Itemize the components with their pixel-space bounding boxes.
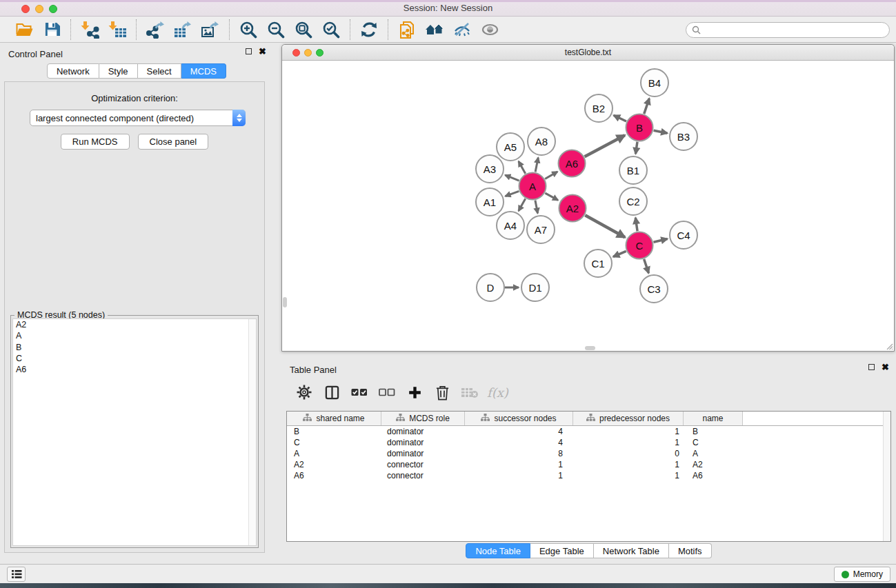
task-history-button[interactable] [7,567,26,582]
graph-node-C2[interactable]: C2 [619,187,647,215]
table-tab-node-table[interactable]: Node Table [466,543,530,558]
mcds-result-item[interactable]: C [13,353,256,364]
cell-name[interactable]: C [684,437,743,448]
graph-edge-C-C2[interactable] [635,218,637,231]
save-session-icon[interactable] [38,19,66,41]
tab-network[interactable]: Network [47,63,99,79]
zoom-fit-icon[interactable] [290,19,317,41]
table-scrollbar[interactable] [883,412,890,541]
float-panel-icon[interactable] [246,48,252,54]
cell-shared-name[interactable]: B [287,426,381,437]
show-columns-icon[interactable] [321,382,342,403]
graph-edge-A6-B[interactable] [585,135,625,156]
graph-edge-A-A2[interactable] [545,193,558,200]
import-table-icon[interactable] [103,19,131,41]
graph-node-B1[interactable]: B1 [619,156,647,184]
graph-node-D[interactable]: D [477,274,504,301]
table-row[interactable]: Bdominator41B [287,426,890,437]
unselect-all-rows-icon[interactable] [377,382,397,403]
zoom-out-icon[interactable] [262,19,290,41]
graph-node-A4[interactable]: A4 [497,212,524,239]
graph-node-A8[interactable]: A8 [528,128,555,155]
horizontal-scroll-thumb[interactable] [585,346,595,350]
table-row[interactable]: A2connector11A2 [287,459,890,470]
graph-edge-A2-C[interactable] [585,215,625,237]
cell-successor-nodes[interactable]: 4 [465,426,573,437]
cell-successor-nodes[interactable]: 1 [465,459,573,470]
graph-node-B[interactable]: B [626,114,653,141]
run-mcds-button[interactable]: Run MCDS [61,134,130,150]
graph-node-A1[interactable]: A1 [476,188,504,216]
resize-grip-icon[interactable] [885,342,893,350]
graph-edge-B-B4[interactable] [644,99,650,114]
mcds-result-item[interactable]: A2 [13,319,256,330]
graph-node-A5[interactable]: A5 [497,133,524,161]
import-network-icon[interactable] [76,19,103,41]
column-header-successor-nodes[interactable]: successor nodes [465,412,573,425]
cell-predecessor-nodes[interactable]: 1 [573,470,684,481]
export-image-icon[interactable] [197,19,224,41]
graph-node-C1[interactable]: C1 [584,250,612,277]
optimization-criterion-dropdown[interactable]: largest connected component (directed) [30,110,246,126]
refresh-icon[interactable] [355,19,383,41]
cell-successor-nodes[interactable]: 8 [465,448,573,459]
cell-successor-nodes[interactable]: 1 [465,470,573,481]
create-column-icon[interactable] [404,382,425,403]
graph-edge-C-C4[interactable] [653,239,667,242]
cell-shared-name[interactable]: C [287,437,381,448]
graph-edge-A-A1[interactable] [506,191,519,196]
graph-node-C4[interactable]: C4 [670,221,697,249]
network-canvas[interactable]: AA1A3A4A5A7A8A6A2BB1B2B3B4CC1C2C3C4DD1 [282,61,894,351]
table-tab-edge-table[interactable]: Edge Table [530,543,594,558]
graph-edge-B-B3[interactable] [654,130,668,133]
clone-network-icon[interactable] [393,19,421,41]
table-settings-icon[interactable] [294,382,315,403]
cell-shared-name[interactable]: A [287,448,381,459]
graph-edge-B-B2[interactable] [614,115,626,121]
open-session-icon[interactable] [10,19,38,41]
tab-mcds[interactable]: MCDS [181,63,226,79]
mcds-result-item[interactable]: A [13,330,256,341]
graph-edge-A-A3[interactable] [505,175,519,181]
graph-node-C3[interactable]: C3 [640,275,668,303]
graph-node-A6[interactable]: A6 [559,150,586,177]
column-header-shared-name[interactable]: shared name [287,412,381,425]
mcds-result-list[interactable]: A2ABCA6 [12,318,257,546]
hide-graphics-icon[interactable] [448,19,476,41]
delete-column-icon[interactable] [432,382,452,403]
column-header-name[interactable]: name [684,412,743,425]
cell-name[interactable]: A2 [684,459,743,470]
network-graph[interactable]: AA1A3A4A5A7A8A6A2BB1B2B3B4CC1C2C3C4DD1 [282,61,894,351]
cell-name[interactable]: A [684,448,743,459]
cell-MCDS-role[interactable]: dominator [381,437,465,448]
search-input[interactable] [704,26,884,35]
memory-button[interactable]: Memory [834,567,890,582]
cell-shared-name[interactable]: A6 [287,470,381,481]
cell-MCDS-role[interactable]: dominator [381,448,465,459]
cell-name[interactable]: B [684,426,743,437]
graph-edge-A-A4[interactable] [519,199,526,211]
cell-successor-nodes[interactable]: 4 [465,437,573,448]
cell-predecessor-nodes[interactable]: 1 [573,437,684,448]
column-header-predecessor-nodes[interactable]: predecessor nodes [573,412,684,425]
tab-style[interactable]: Style [99,63,138,79]
graph-node-D1[interactable]: D1 [521,274,549,301]
graph-node-A[interactable]: A [519,173,546,200]
column-header-MCDS-role[interactable]: MCDS role [381,412,465,425]
close-panel-button[interactable]: Close panel [138,134,209,150]
table-row[interactable]: Cdominator41C [287,437,890,448]
graph-node-C[interactable]: C [626,232,653,259]
cell-predecessor-nodes[interactable]: 0 [573,448,684,459]
cell-MCDS-role[interactable]: dominator [381,426,465,437]
cell-MCDS-role[interactable]: connector [381,459,465,470]
table-tab-network-table[interactable]: Network Table [594,543,669,558]
graph-node-B2[interactable]: B2 [585,94,613,122]
show-graphics-icon[interactable] [476,19,504,41]
export-table-icon[interactable] [169,19,197,41]
search-box[interactable] [686,22,890,38]
close-table-panel-icon[interactable]: ✖ [882,364,889,370]
graph-node-A2[interactable]: A2 [559,195,586,222]
graph-edge-A-A5[interactable] [519,161,526,174]
graph-node-A3[interactable]: A3 [476,155,504,183]
close-panel-icon[interactable]: ✖ [259,48,266,54]
